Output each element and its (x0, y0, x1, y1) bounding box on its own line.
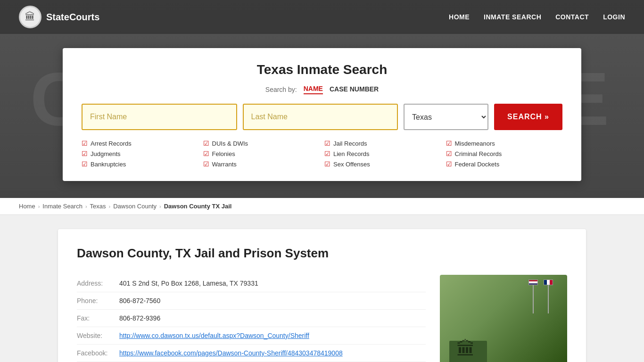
info-row-website: Website: http://www.co.dawson.tx.us/defa… (77, 327, 426, 345)
check-icon: ☑ (446, 150, 452, 157)
info-link-facebook[interactable]: https://www.facebook.com/pages/Dawson-Co… (119, 349, 343, 357)
tab-name[interactable]: NAME (304, 85, 323, 94)
content-layout: Address: 401 S 2nd St, Po Box 1268, Lame… (77, 275, 567, 362)
first-name-input[interactable] (82, 104, 237, 130)
feature-federal-dockets: ☑ Federal Dockets (446, 160, 563, 168)
feature-arrest-records: ☑ Arrest Records (82, 140, 198, 147)
check-icon: ☑ (82, 150, 88, 157)
info-row-fax: Fax: 806-872-9396 (77, 310, 426, 327)
check-icon: ☑ (324, 140, 330, 147)
tx-flag (544, 280, 553, 285)
flag-pole-tx (544, 280, 553, 313)
tab-case-number[interactable]: CASE NUMBER (330, 85, 379, 94)
check-icon: ☑ (82, 140, 88, 147)
nav-inmate-search[interactable]: INMATE SEARCH (484, 13, 541, 21)
features-grid: ☑ Arrest Records ☑ DUIs & DWIs ☑ Jail Re… (82, 140, 562, 168)
feature-felonies: ☑ Felonies (203, 150, 320, 157)
page-title: Texas Inmate Search (82, 62, 562, 77)
search-inputs-row: Texas California Florida New York SEARCH… (82, 104, 562, 130)
check-icon: ☑ (446, 140, 452, 147)
state-select[interactable]: Texas California Florida New York (404, 104, 488, 130)
info-label-website: Website: (77, 332, 119, 339)
check-icon: ☑ (82, 160, 88, 168)
content-right (440, 275, 567, 362)
info-row-address: Address: 401 S 2nd St, Po Box 1268, Lame… (77, 275, 426, 292)
check-icon: ☑ (446, 160, 452, 168)
breadcrumb-sep-1: › (38, 204, 40, 209)
search-card: Texas Inmate Search Search by: NAME CASE… (63, 48, 581, 181)
feature-duis: ☑ DUIs & DWIs (203, 140, 320, 147)
feature-jail-records: ☑ Jail Records (324, 140, 441, 147)
feature-sex-offenses: ☑ Sex Offenses (324, 160, 441, 168)
nav-home[interactable]: HOME (449, 13, 470, 21)
brand-name: StateCourts (46, 12, 99, 23)
check-icon: ☑ (324, 160, 330, 168)
breadcrumb-sep-3: › (109, 204, 111, 209)
feature-criminal-records: ☑ Criminal Records (446, 150, 563, 157)
breadcrumb-sep-4: › (159, 204, 161, 209)
pole-stick-tx (548, 285, 549, 313)
breadcrumb-home[interactable]: Home (19, 203, 35, 210)
feature-misdemeanors: ☑ Misdemeanors (446, 140, 563, 147)
info-link-website[interactable]: http://www.co.dawson.tx.us/default.aspx?… (119, 332, 309, 339)
content-title: Dawson County, TX Jail and Prison System (77, 246, 567, 261)
info-row-phone: Phone: 806-872-7560 (77, 292, 426, 310)
nav-login[interactable]: LOGIN (603, 13, 625, 21)
content-left: Address: 401 S 2nd St, Po Box 1268, Lame… (77, 275, 426, 362)
check-icon: ☑ (203, 150, 209, 157)
feature-lien-records: ☑ Lien Records (324, 150, 441, 157)
logo-icon: 🏛 (19, 6, 41, 28)
breadcrumb-texas[interactable]: Texas (90, 203, 106, 210)
brand-logo[interactable]: 🏛 StateCourts (19, 6, 99, 28)
info-label-fax: Fax: (77, 314, 119, 322)
info-value-address: 401 S 2nd St, Po Box 1268, Lamesa, TX 79… (119, 280, 258, 287)
search-button[interactable]: SEARCH » (494, 104, 562, 130)
main-content: Dawson County, TX Jail and Prison System… (39, 215, 605, 362)
check-icon: ☑ (203, 160, 209, 168)
content-card: Dawson County, TX Jail and Prison System… (58, 229, 586, 362)
info-value-fax: 806-872-9396 (119, 314, 160, 322)
info-label-facebook: Facebook: (77, 349, 119, 357)
feature-bankruptcies: ☑ Bankruptcies (82, 160, 198, 168)
search-by-label: Search by: (265, 86, 297, 93)
feature-warrants: ☑ Warrants (203, 160, 320, 168)
check-icon: ☑ (324, 150, 330, 157)
breadcrumb-inmate-search[interactable]: Inmate Search (42, 203, 83, 210)
breadcrumb-dawson-county[interactable]: Dawson County (113, 203, 157, 210)
info-label-phone: Phone: (77, 297, 119, 304)
breadcrumb: Home › Inmate Search › Texas › Dawson Co… (0, 198, 644, 215)
breadcrumb-current: Dawson County TX Jail (164, 203, 232, 210)
flag-pole-us (528, 280, 538, 313)
jail-image (440, 275, 567, 362)
us-flag (528, 280, 538, 285)
breadcrumb-sep-2: › (85, 204, 87, 209)
nav-links: HOME INMATE SEARCH CONTACT LOGIN (449, 13, 625, 21)
flag-container (528, 280, 553, 313)
nav-contact[interactable]: CONTACT (555, 13, 589, 21)
info-value-phone: 806-872-7560 (119, 297, 160, 304)
info-label-address: Address: (77, 280, 119, 287)
info-row-facebook: Facebook: https://www.facebook.com/pages… (77, 345, 426, 362)
last-name-input[interactable] (243, 104, 398, 130)
search-by-row: Search by: NAME CASE NUMBER (82, 85, 562, 94)
check-icon: ☑ (203, 140, 209, 147)
pole-stick-us (533, 285, 534, 313)
feature-judgments: ☑ Judgments (82, 150, 198, 157)
